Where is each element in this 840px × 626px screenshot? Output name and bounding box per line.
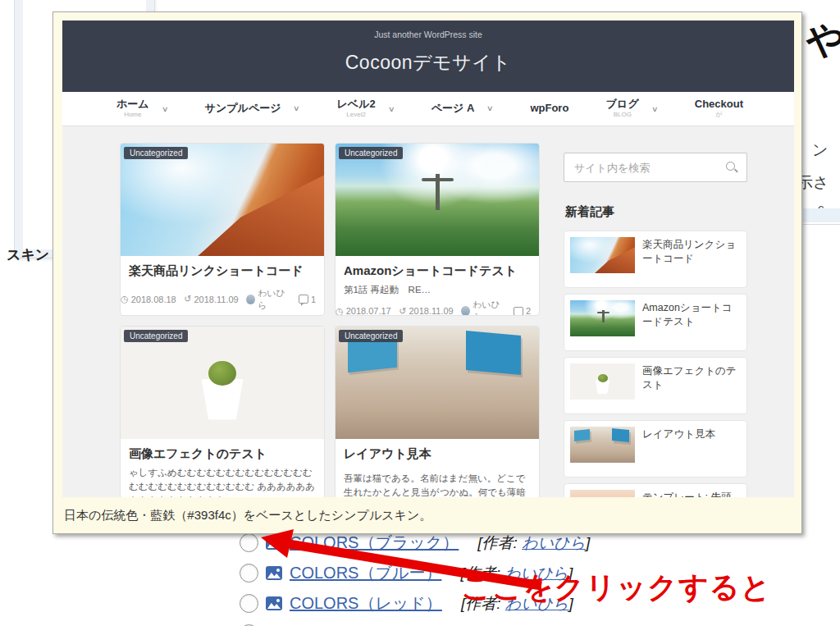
recent-post-item[interactable]: 楽天商品リンクショートコード: [564, 231, 747, 288]
post-thumbnail-valley: Uncategorized: [336, 144, 539, 256]
post-card-grid: Uncategorized 楽天商品リンクショートコード ◷2018.08.18…: [120, 143, 540, 497]
site-screenshot: Just another WordPress site Cocoonデモサイト …: [62, 21, 794, 497]
skin-option-row: Like Simplicity [作者: わいひら]: [240, 619, 590, 626]
updated-date: 2018.11.09: [194, 295, 239, 304]
comment-count: 2: [526, 306, 531, 316]
recent-post-thumbnail: [570, 490, 635, 497]
skin-preview-popup: Just another WordPress site Cocoonデモサイト …: [52, 11, 802, 534]
post-title[interactable]: 楽天商品リンクショートコード: [129, 263, 316, 279]
updated-date-icon: ↺: [399, 306, 406, 317]
category-badge[interactable]: Uncategorized: [339, 330, 403, 342]
post-title[interactable]: 画像エフェクトのテスト: [129, 446, 316, 462]
chevron-down-icon: ∨: [293, 104, 300, 112]
recent-posts-heading: 新着記事: [565, 204, 747, 220]
comment-count: 1: [311, 295, 316, 304]
recent-post-thumbnail: [570, 237, 635, 273]
updated-date-icon: ↺: [184, 294, 191, 304]
post-snippet: ゃしすふめむむむむむむむむむむむむむむむむむむむむむむむむむむむ あああああああ…: [129, 466, 316, 497]
chevron-down-icon: ∨: [162, 105, 169, 113]
post-title[interactable]: Amazonショートコードテスト: [344, 263, 531, 279]
nav-item-page-a[interactable]: ページ A ∨: [431, 103, 493, 114]
post-thumbnail-shop: Uncategorized: [336, 327, 539, 439]
site-header: Just another WordPress site Cocoonデモサイト: [62, 21, 794, 92]
recent-post-thumbnail: [570, 300, 635, 336]
comment-icon: [299, 295, 308, 304]
category-badge[interactable]: Uncategorized: [124, 147, 188, 159]
nav-item-sample-page[interactable]: サンプルページ ∨: [205, 103, 299, 114]
post-card[interactable]: Uncategorized Amazonショートコードテスト 第1話 再起動 R…: [335, 143, 540, 316]
author-avatar: [461, 306, 470, 316]
background-heading-right: や: [806, 15, 840, 66]
publish-date-icon: ◷: [121, 294, 129, 304]
chevron-down-icon: ∨: [388, 105, 395, 113]
recent-post-thumbnail: [570, 427, 635, 463]
post-snippet: 第1話 再起動 RE…: [344, 283, 531, 297]
site-nav: ホームHome ∨ サンプルページ ∨ レベル2Level2 ∨ ページ A ∨…: [62, 92, 794, 126]
recent-post-item[interactable]: レイアウト見本: [564, 420, 747, 477]
site-tagline: Just another WordPress site: [62, 21, 794, 39]
post-meta: ◷2018.07.17 ↺2018.11.09 わいひら 2: [336, 299, 531, 316]
skin-author: [作者: わいひら]: [413, 624, 525, 626]
nav-item-wpforo[interactable]: wpForo: [530, 103, 568, 114]
post-meta: ◷2018.08.18 ↺2018.11.09 わいひら 1: [121, 287, 316, 312]
category-badge[interactable]: Uncategorized: [339, 147, 403, 159]
chevron-down-icon: ∨: [651, 105, 659, 113]
publish-date: 2018.08.18: [131, 295, 176, 304]
nav-item-blog[interactable]: ブログBLOG ∨: [606, 98, 658, 119]
post-snippet: 吾輩は猫である。名前はまだ無い。どこで生れたかとんと見当がつかぬ。何でも薄暗いじ…: [344, 472, 531, 497]
recent-post-item[interactable]: Amazonショートコードテスト: [564, 294, 747, 351]
post-thumbnail-canyon: Uncategorized: [121, 144, 324, 256]
author-name: わいひら: [258, 287, 290, 312]
skin-description: 日本の伝統色・藍鉄（#393f4c）をベースとしたシンプルスキン。: [62, 497, 792, 523]
recent-post-thumbnail: [570, 363, 635, 400]
background-divider: [803, 224, 840, 225]
nav-item-checkout[interactable]: Checkoutが: [695, 98, 743, 119]
comment-icon: [514, 307, 523, 316]
publish-date-icon: ◷: [336, 306, 344, 317]
search-icon[interactable]: [725, 161, 738, 174]
publish-date: 2018.07.17: [346, 306, 391, 316]
category-badge[interactable]: Uncategorized: [124, 330, 188, 342]
site-content: Uncategorized 楽天商品リンクショートコード ◷2018.08.18…: [62, 126, 794, 497]
post-title[interactable]: レイアウト見本: [344, 446, 531, 462]
sidebar: 新着記事 楽天商品リンクショートコード Amazonショートコードテスト 画像エ…: [564, 143, 747, 497]
post-thumbnail-cactus: Uncategorized: [121, 327, 324, 439]
recent-post-item[interactable]: 画像エフェクトのテスト: [564, 357, 747, 414]
recent-post-item[interactable]: テンプレート: 先頭固定表示: [564, 483, 747, 497]
background-highlight-strip: [803, 208, 840, 222]
author-avatar: [246, 295, 255, 304]
updated-date: 2018.11.09: [409, 306, 454, 316]
post-card[interactable]: Uncategorized 楽天商品リンクショートコード ◷2018.08.18…: [120, 143, 325, 316]
post-card[interactable]: Uncategorized レイアウト見本 吾輩は猫である。名前はまだ無い。どこ…: [335, 326, 540, 497]
search-input[interactable]: [573, 161, 725, 175]
author-name: わいひら: [472, 299, 505, 316]
site-search: [564, 153, 747, 182]
site-title[interactable]: Cocoonデモサイト: [62, 50, 794, 75]
background-text-fragment: ン: [812, 139, 828, 161]
post-card[interactable]: Uncategorized 画像エフェクトのテスト ゃしすふめむむむむむむむむむ…: [120, 326, 325, 497]
nav-item-level2[interactable]: レベル2Level2 ∨: [337, 98, 395, 119]
annotation-text: ここをクリックすると: [461, 568, 771, 608]
chevron-down-icon: ∨: [486, 104, 494, 112]
nav-item-home[interactable]: ホームHome ∨: [116, 98, 167, 119]
